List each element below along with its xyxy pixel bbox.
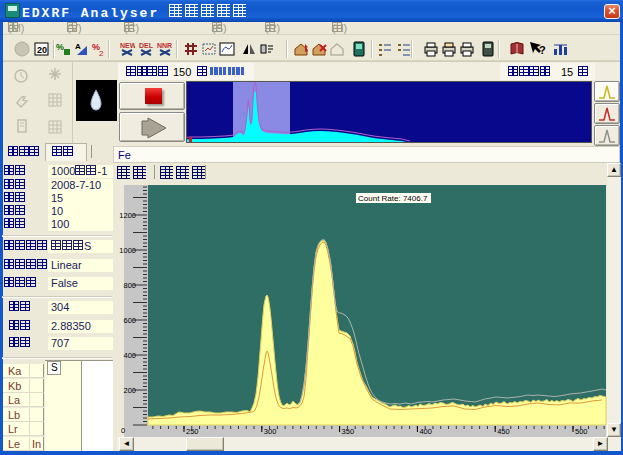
svg-text:200: 200: [123, 386, 136, 395]
svg-text:NNR: NNR: [157, 42, 172, 49]
svg-text:300: 300: [264, 427, 277, 436]
svg-text:450: 450: [497, 427, 510, 436]
svg-text:%: %: [56, 42, 64, 52]
svg-text:350: 350: [342, 427, 355, 436]
svg-text:800: 800: [123, 281, 136, 290]
svg-text:2: 2: [99, 49, 104, 57]
svg-text:DEL: DEL: [139, 42, 154, 49]
svg-text:20: 20: [37, 45, 47, 55]
svg-text:400: 400: [419, 427, 432, 436]
svg-text:500: 500: [575, 427, 588, 436]
svg-text:600: 600: [123, 316, 136, 325]
svg-text:A: A: [75, 42, 81, 51]
svg-text:?: ?: [539, 44, 546, 56]
svg-text:400: 400: [123, 351, 136, 360]
svg-text:0: 0: [121, 426, 125, 435]
svg-text:1000: 1000: [119, 246, 136, 255]
svg-text:Count Rate: 7406.7: Count Rate: 7406.7: [358, 194, 428, 203]
svg-text:1200: 1200: [119, 211, 136, 220]
svg-text:NEW: NEW: [120, 42, 135, 49]
svg-text:250: 250: [186, 427, 199, 436]
